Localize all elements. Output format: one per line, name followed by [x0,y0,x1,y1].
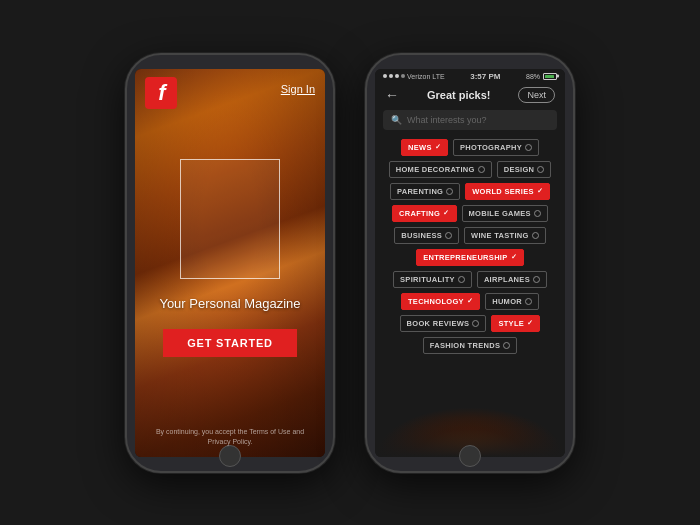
tags-row-9: FASHION TRENDS [383,337,557,354]
search-icon: 🔍 [391,115,402,125]
tag-photography[interactable]: PHOTOGRAPHY [453,139,539,156]
tag-technology[interactable]: TECHNOLOGY✓ [401,293,480,310]
tag-label: TECHNOLOGY [408,297,464,306]
tag-entrepreneurship[interactable]: ENTREPRENEURSHIP✓ [416,249,524,266]
back-button[interactable]: ← [385,87,399,103]
battery-icon [543,73,557,80]
power-button [333,145,335,185]
tag-label: MOBILE GAMES [469,209,531,218]
tags-area: NEWS✓PHOTOGRAPHYHOME DECORATINGDESIGNPAR… [375,133,565,457]
battery-pct: 88% [526,73,540,80]
tag-book-reviews[interactable]: BOOK REVIEWS [400,315,487,332]
signal-dot-2 [389,74,393,78]
get-started-button[interactable]: GET STARTED [163,329,297,357]
tags-row-5: ENTREPRENEURSHIP✓ [383,249,557,266]
check-icon: ✓ [527,319,533,327]
tag-mobile-games[interactable]: MOBILE GAMES [462,205,548,222]
tags-row-0: NEWS✓PHOTOGRAPHY [383,139,557,156]
tag-label: PARENTING [397,187,443,196]
circle-icon [525,144,532,151]
magazine-frame [180,159,280,279]
circle-icon [537,166,544,173]
home-button-right[interactable] [459,445,481,467]
tag-spirituality[interactable]: SPIRITUALITY [393,271,472,288]
circle-icon [446,188,453,195]
check-icon: ✓ [443,209,449,217]
tag-label: STYLE [498,319,524,328]
tag-airplanes[interactable]: AIRPLANES [477,271,547,288]
tags-row-7: TECHNOLOGY✓HUMOR [383,293,557,310]
tags-row-8: BOOK REVIEWSSTYLE✓ [383,315,557,332]
tags-row-6: SPIRITUALITYAIRPLANES [383,271,557,288]
tag-label: WORLD SERIES [472,187,534,196]
tag-label: PHOTOGRAPHY [460,143,522,152]
circle-icon [478,166,485,173]
signal-indicators: Verizon LTE [383,73,445,80]
circle-icon [525,298,532,305]
tag-fashion-trends[interactable]: FASHION TRENDS [423,337,517,354]
tag-crafting[interactable]: CRAFTING✓ [392,205,456,222]
vol-down-right [365,165,367,195]
left-screen: f Sign In Your Personal Magazine GET STA… [135,69,325,457]
next-button[interactable]: Next [518,87,555,103]
tag-news[interactable]: NEWS✓ [401,139,448,156]
check-icon: ✓ [537,187,543,195]
tag-label: FASHION TRENDS [430,341,500,350]
tag-label: ENTREPRENEURSHIP [423,253,507,262]
tag-style[interactable]: STYLE✓ [491,315,540,332]
left-footer: By continuing, you accept the Terms of U… [135,427,325,457]
tag-label: HUMOR [492,297,522,306]
battery-fill [545,75,554,78]
check-icon: ✓ [511,253,517,261]
signal-dot-4 [401,74,405,78]
tag-label: HOME DECORATING [396,165,475,174]
tag-home-decorating[interactable]: HOME DECORATING [389,161,492,178]
check-icon: ✓ [435,143,441,151]
tag-world-series[interactable]: WORLD SERIES✓ [465,183,550,200]
tag-design[interactable]: DESIGN [497,161,552,178]
vol-down-button [125,165,127,195]
tag-wine-tasting[interactable]: WINE TASTING [464,227,546,244]
tags-row-4: BUSINESSWINE TASTING [383,227,557,244]
tag-label: CRAFTING [399,209,440,218]
tag-label: DESIGN [504,165,535,174]
signal-dot-1 [383,74,387,78]
tag-business[interactable]: BUSINESS [394,227,459,244]
tag-label: AIRPLANES [484,275,530,284]
tag-parenting[interactable]: PARENTING [390,183,460,200]
circle-icon [532,232,539,239]
magazine-title: Your Personal Magazine [159,295,300,313]
tags-row-1: HOME DECORATINGDESIGN [383,161,557,178]
circle-icon [445,232,452,239]
nav-title: Great picks! [427,89,491,101]
carrier-label: Verizon [407,73,430,80]
clock: 3:57 PM [470,72,500,81]
left-content: Your Personal Magazine GET STARTED [135,89,325,427]
status-bar: Verizon LTE 3:57 PM 88% [375,69,565,84]
vol-up-button [125,130,127,155]
search-bar[interactable]: 🔍 What interests you? [383,110,557,130]
tags-row-3: CRAFTING✓MOBILE GAMES [383,205,557,222]
right-screen: Verizon LTE 3:57 PM 88% ← Great picks! N… [375,69,565,457]
circle-icon [472,320,479,327]
left-phone: f Sign In Your Personal Magazine GET STA… [125,53,335,473]
tag-label: SPIRITUALITY [400,275,455,284]
power-button-right [573,145,575,185]
battery-area: 88% [526,73,557,80]
tag-label: BOOK REVIEWS [407,319,470,328]
tag-humor[interactable]: HUMOR [485,293,539,310]
network-label: LTE [432,73,444,80]
tags-row-2: PARENTINGWORLD SERIES✓ [383,183,557,200]
right-phone: Verizon LTE 3:57 PM 88% ← Great picks! N… [365,53,575,473]
tag-label: WINE TASTING [471,231,529,240]
circle-icon [503,342,510,349]
circle-icon [458,276,465,283]
search-placeholder: What interests you? [407,115,487,125]
vol-up-right [365,130,367,155]
tag-label: BUSINESS [401,231,442,240]
tags-container: NEWS✓PHOTOGRAPHYHOME DECORATINGDESIGNPAR… [383,139,557,354]
circle-icon [534,210,541,217]
nav-bar: ← Great picks! Next [375,84,565,107]
signal-dot-3 [395,74,399,78]
tag-label: NEWS [408,143,432,152]
